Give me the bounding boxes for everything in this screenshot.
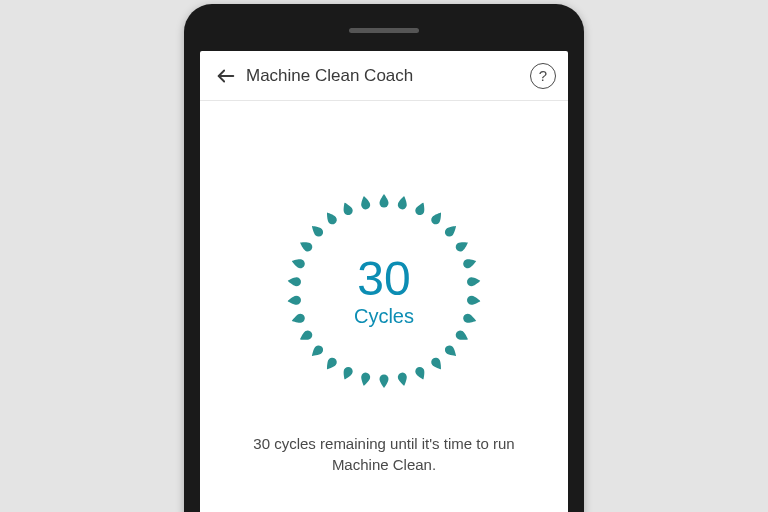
page-title: Machine Clean Coach: [246, 66, 530, 86]
gauge-tick: [460, 282, 475, 293]
gauge-tick: [384, 201, 394, 215]
gauge-tick: [293, 289, 308, 300]
gauge-tick: [374, 367, 384, 381]
cycles-gauge: 30 Cycles: [284, 191, 484, 391]
gauge-tick: [294, 272, 309, 283]
gauge-value: 30: [354, 255, 414, 303]
gauge-tick: [400, 203, 413, 219]
top-app-bar: Machine Clean Coach ?: [200, 51, 568, 101]
back-button[interactable]: [212, 62, 240, 90]
gauge-tick: [453, 314, 469, 328]
gauge-tick: [301, 320, 318, 336]
gauge-tick: [406, 360, 421, 377]
gauge-tick: [295, 305, 311, 319]
gauge-tick: [356, 363, 369, 379]
gauge-tick: [456, 263, 472, 277]
gauge-tick: [390, 365, 403, 381]
gauge-center: 30 Cycles: [354, 255, 414, 328]
device-speaker: [349, 28, 419, 33]
gauge-tick: [347, 205, 362, 222]
status-message: 30 cycles remaining until it's time to r…: [200, 433, 568, 475]
question-mark-icon: ?: [539, 67, 547, 84]
device-frame: Machine Clean Coach ? 30 Cycles 30 cycle…: [184, 4, 584, 512]
gauge-tick: [306, 237, 323, 253]
arrow-left-icon: [215, 65, 237, 87]
main-content: 30 Cycles 30 cycles remaining until it's…: [200, 101, 568, 512]
gauge-tick: [365, 201, 378, 217]
gauge-tick: [338, 356, 353, 373]
gauge-tick: [445, 329, 462, 345]
help-button[interactable]: ?: [530, 63, 556, 89]
gauge-tick: [298, 254, 314, 268]
app-screen: Machine Clean Coach ? 30 Cycles 30 cycle…: [200, 51, 568, 512]
gauge-tick: [415, 209, 430, 226]
gauge-tick: [459, 299, 474, 310]
gauge-unit: Cycles: [354, 305, 414, 328]
